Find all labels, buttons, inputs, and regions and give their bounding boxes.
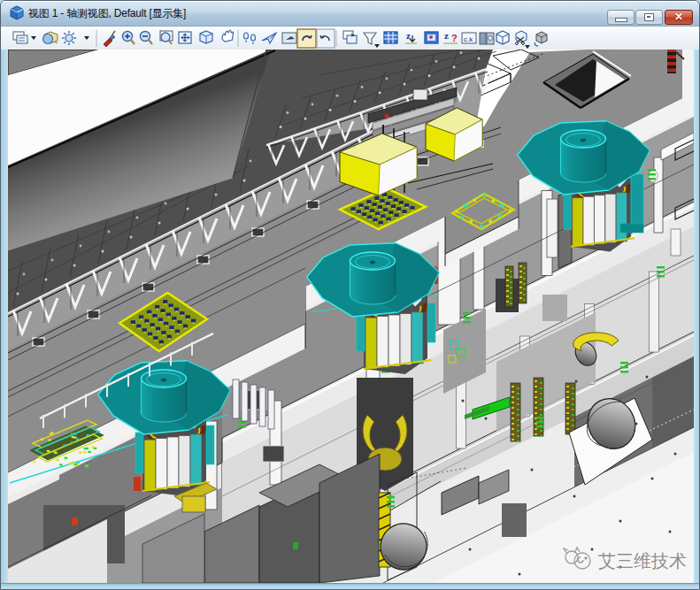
svg-text:艾三维技术: 艾三维技术 (598, 551, 687, 571)
svg-text:c.k: c.k (464, 35, 473, 43)
svg-text:?: ? (451, 33, 458, 43)
svg-text:z: z (444, 30, 449, 41)
